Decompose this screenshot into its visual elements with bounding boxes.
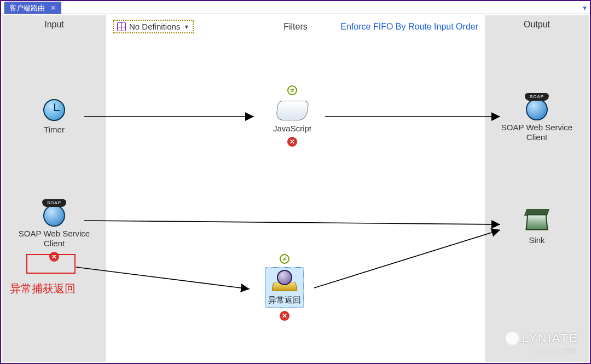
- close-icon[interactable]: ✕: [50, 4, 56, 12]
- output-header: Output: [485, 15, 589, 34]
- node-label: Timer: [16, 125, 92, 135]
- watermark-brand: LYNIATE: [506, 331, 578, 345]
- watermark-sub: @51CTO博客: [534, 346, 578, 356]
- input-column: Input Timer SOAP SOAP Web Service Client…: [2, 15, 106, 362]
- definitions-dropdown[interactable]: No Definitions ▼: [113, 20, 194, 33]
- gear-icon: [271, 270, 298, 293]
- enforce-fifo-link[interactable]: Enforce FIFO By Route Input Order: [340, 22, 478, 32]
- tab-bar: 客户端路由 ✕ ▾: [1, 1, 590, 14]
- exception-callout-label: 异常捕获返回: [10, 281, 76, 296]
- input-header: Input: [2, 15, 106, 34]
- tab-title: 客户端路由: [9, 3, 45, 13]
- node-label: Sink: [499, 235, 575, 245]
- soap-icon: SOAP: [40, 201, 68, 227]
- node-soap-output[interactable]: SOAP SOAP Web Service Client: [499, 95, 575, 142]
- center-header: No Definitions ▼ Filters Enforce FIFO By…: [106, 20, 485, 33]
- javascript-icon: [276, 99, 309, 122]
- sink-icon: [524, 208, 549, 233]
- node-label: SOAP Web Service Client: [16, 229, 92, 249]
- error-badge-icon: ✕: [287, 137, 297, 147]
- soap-icon: SOAP: [523, 95, 551, 120]
- node-label: 异常返回: [268, 295, 301, 305]
- node-label: SOAP Web Service Client: [499, 123, 575, 142]
- tab-menu-icon[interactable]: ▾: [583, 3, 587, 12]
- not-equal-badge-icon: ≠: [280, 254, 289, 264]
- error-badge-icon: ✕: [280, 311, 289, 321]
- node-exception-return[interactable]: ≠ 异常返回 ✕: [246, 254, 323, 321]
- exception-highlight-box: [26, 254, 76, 274]
- selected-node-highlight: 异常返回: [265, 267, 304, 308]
- chevron-down-icon: ▼: [183, 24, 189, 30]
- brand-dot-icon: [506, 332, 519, 345]
- not-equal-badge-icon: ≠: [287, 85, 297, 95]
- node-timer[interactable]: Timer: [16, 97, 92, 135]
- node-label: JavaScript: [254, 124, 331, 134]
- tab-client-route[interactable]: 客户端路由 ✕: [4, 2, 61, 14]
- definitions-label: No Definitions: [129, 22, 180, 31]
- filters-column: No Definitions ▼ Filters Enforce FIFO By…: [106, 15, 485, 362]
- grid-icon: [117, 22, 126, 31]
- filters-header: Filters: [283, 22, 308, 32]
- node-sink[interactable]: Sink: [499, 208, 575, 245]
- node-javascript[interactable]: ≠ JavaScript ✕: [254, 85, 331, 147]
- app-frame: 客户端路由 ✕ ▾ Input Timer SOAP SOAP Web Serv…: [0, 0, 591, 364]
- workspace: Input Timer SOAP SOAP Web Service Client…: [2, 15, 589, 362]
- node-soap-input[interactable]: SOAP SOAP Web Service Client ✕: [16, 201, 92, 262]
- output-column: Output SOAP SOAP Web Service Client Sink: [485, 15, 589, 362]
- timer-icon: [42, 97, 67, 123]
